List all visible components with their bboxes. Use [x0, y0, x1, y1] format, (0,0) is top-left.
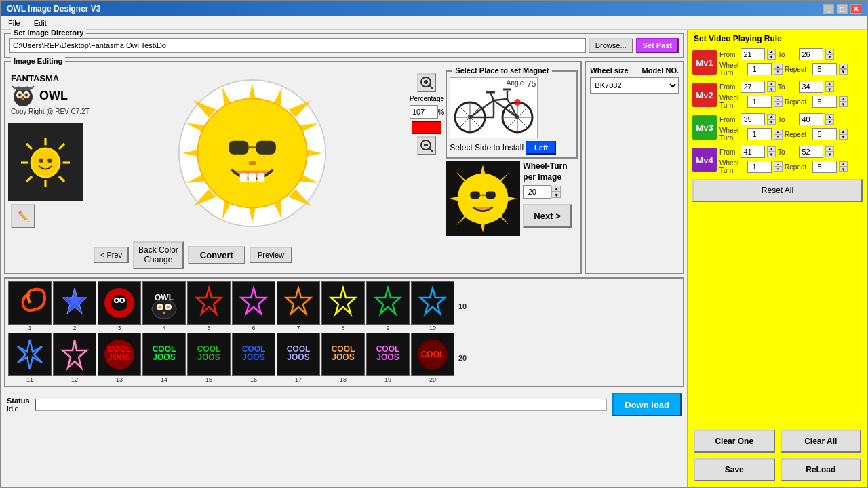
strip-image-16: COOL JOOS — [236, 337, 271, 372]
mv2-from-input[interactable] — [741, 81, 765, 93]
mv2-badge: Mv2 — [692, 83, 717, 107]
strip-item-12[interactable] — [53, 333, 96, 376]
clear-all-button[interactable]: Clear All — [781, 430, 862, 453]
mv3-repeat-up[interactable]: ▲ — [839, 129, 848, 134]
mv2-from-down[interactable]: ▼ — [767, 87, 776, 92]
preview-button[interactable]: Preview — [250, 247, 292, 263]
strip-item-19[interactable]: COOL JOOS — [366, 333, 410, 376]
mv4-repeat-up[interactable]: ▲ — [839, 161, 848, 167]
strip-item-11[interactable] — [8, 333, 52, 376]
clear-one-button[interactable]: Clear One — [694, 430, 775, 453]
mv1-repeat-up[interactable]: ▲ — [839, 64, 848, 69]
mv1-to-up[interactable]: ▲ — [825, 49, 834, 54]
mv3-wheel-up[interactable]: ▲ — [774, 129, 783, 134]
mv3-to-input[interactable] — [799, 113, 823, 125]
strip-item-6[interactable] — [232, 281, 275, 325]
set-past-button[interactable]: Set Past — [636, 38, 679, 53]
minimize-button[interactable]: _ — [823, 4, 834, 14]
wheel-turn-down[interactable]: ▼ — [551, 192, 561, 198]
directory-input[interactable] — [9, 38, 586, 53]
mv2-wheel-down[interactable]: ▼ — [774, 102, 783, 107]
mv1-repeat-down[interactable]: ▼ — [839, 69, 848, 75]
strip-item-8[interactable] — [321, 281, 365, 325]
mv4-to-up[interactable]: ▲ — [825, 146, 834, 152]
menu-edit[interactable]: Edit — [30, 19, 51, 27]
mv2-repeat-input[interactable] — [812, 96, 837, 108]
mv2-repeat-down[interactable]: ▼ — [839, 102, 848, 107]
mv3-repeat-down[interactable]: ▼ — [839, 134, 848, 140]
mv3-to-down[interactable]: ▼ — [825, 119, 834, 125]
strip-item-16[interactable]: COOL JOOS — [232, 333, 275, 376]
mv1-to-down[interactable]: ▼ — [825, 54, 834, 60]
mv4-wheel-label: WheelTurn — [719, 159, 745, 174]
mv1-from-up[interactable]: ▲ — [767, 49, 776, 54]
zoom-out-button[interactable] — [417, 136, 436, 155]
mv2-wheel-input[interactable] — [747, 96, 772, 108]
mv4-from-input[interactable] — [741, 146, 765, 158]
next-button[interactable]: Next > — [523, 204, 571, 228]
model-select[interactable]: BK7082 BK7081 BK7080 — [590, 77, 679, 94]
mv2-to-input[interactable] — [799, 81, 823, 93]
mv2-wheel-up[interactable]: ▲ — [774, 96, 783, 102]
strip-item-18[interactable]: COOL JOOS — [321, 333, 365, 376]
strip-item-4[interactable]: OWL — [142, 281, 186, 325]
close-button[interactable]: ✕ — [850, 4, 861, 14]
mv2-from-up[interactable]: ▲ — [767, 81, 776, 87]
mv3-from-input[interactable] — [741, 113, 765, 125]
mv3-from-up[interactable]: ▲ — [767, 114, 776, 119]
mv1-from-down[interactable]: ▼ — [767, 54, 776, 60]
prev-button[interactable]: < Prev — [94, 247, 129, 263]
mv4-to-input[interactable] — [799, 146, 823, 158]
mv3-from-down[interactable]: ▼ — [767, 119, 776, 125]
left-side-button[interactable]: Left — [526, 141, 556, 155]
strip-image-4: OWL — [146, 285, 182, 321]
strip-item-14[interactable]: COOL JOOS — [142, 333, 186, 376]
strip-item-2[interactable] — [53, 281, 96, 325]
percentage-input[interactable] — [410, 105, 438, 119]
mv3-wheel-down[interactable]: ▼ — [774, 134, 783, 140]
mv4-wheel-up[interactable]: ▲ — [774, 161, 783, 167]
strip-item-3[interactable] — [98, 281, 141, 325]
strip-item-7[interactable] — [277, 281, 320, 325]
wheel-turn-up[interactable]: ▲ — [551, 186, 561, 192]
strip-item-10[interactable] — [411, 281, 454, 325]
browse-button[interactable]: Browse... — [589, 38, 633, 53]
mv1-wheel-up[interactable]: ▲ — [774, 64, 783, 69]
reload-button[interactable]: ReLoad — [781, 458, 862, 481]
save-button[interactable]: Save — [694, 458, 775, 481]
mv4-repeat-down[interactable]: ▼ — [839, 167, 848, 172]
mv4-wheel-down[interactable]: ▼ — [774, 167, 783, 172]
mv1-wheel-input[interactable] — [747, 63, 772, 75]
zoom-in-button[interactable] — [417, 73, 436, 92]
pencil-button[interactable]: ✏️ — [11, 204, 35, 228]
strip-item-20[interactable]: COOL — [411, 333, 454, 376]
mv3-to-up[interactable]: ▲ — [825, 114, 834, 119]
strip-item-17[interactable]: COOL JOOS — [277, 333, 320, 376]
wheel-turn-input[interactable] — [523, 185, 551, 199]
menu-file[interactable]: File — [4, 19, 24, 27]
mv4-repeat-input[interactable] — [812, 161, 837, 173]
mv1-repeat-input[interactable] — [812, 63, 837, 75]
mv1-to-input[interactable] — [799, 48, 823, 60]
strip-item-15[interactable]: COOL JOOS — [187, 333, 231, 376]
mv2-to-down[interactable]: ▼ — [825, 87, 834, 92]
mv4-to-down[interactable]: ▼ — [825, 152, 834, 157]
mv4-from-up[interactable]: ▲ — [767, 146, 776, 152]
mv2-repeat-up[interactable]: ▲ — [839, 96, 848, 102]
mv1-from-input[interactable] — [741, 48, 765, 60]
strip-item-1[interactable] — [8, 281, 52, 325]
back-color-button[interactable]: Back Color Change — [133, 241, 184, 269]
strip-item-5[interactable] — [187, 281, 231, 325]
mv2-to-up[interactable]: ▲ — [825, 81, 834, 87]
maximize-button[interactable]: □ — [837, 4, 848, 14]
reset-all-button[interactable]: Reset All — [692, 179, 863, 202]
strip-item-9[interactable] — [366, 281, 410, 325]
mv4-from-down[interactable]: ▼ — [767, 152, 776, 157]
mv1-wheel-down[interactable]: ▼ — [774, 69, 783, 75]
mv3-repeat-input[interactable] — [812, 128, 837, 140]
strip-item-13[interactable]: COOL JOOS — [98, 333, 141, 376]
download-button[interactable]: Down load — [612, 393, 682, 416]
mv4-wheel-input[interactable] — [747, 161, 772, 173]
mv3-wheel-input[interactable] — [747, 128, 772, 140]
convert-button[interactable]: Convert — [188, 246, 245, 264]
